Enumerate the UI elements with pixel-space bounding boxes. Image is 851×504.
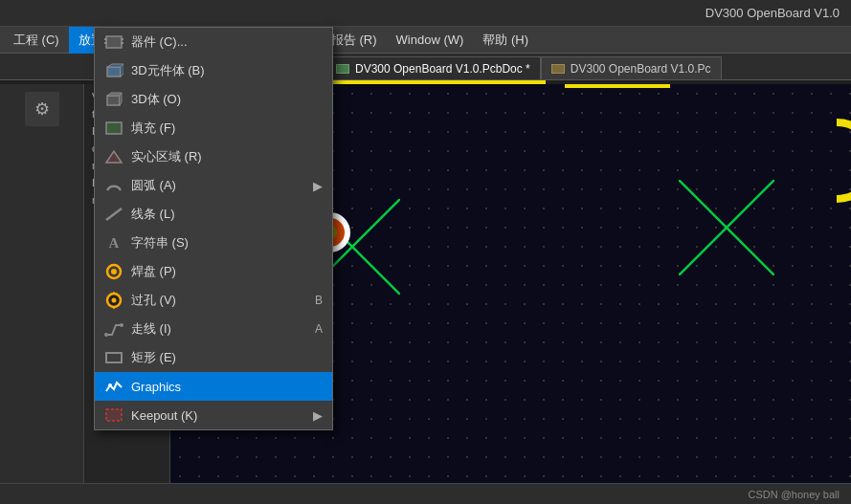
tab-highlight-bar <box>325 80 546 84</box>
menu-help[interactable]: 帮助 (H) <box>473 27 538 54</box>
dropdown-item-3d-component[interactable]: 3D元件体 (B) <box>95 56 332 85</box>
dropdown-item-3d-body[interactable]: 3D体 (O) <box>95 85 332 114</box>
gear-icon[interactable]: ⚙ <box>25 92 59 126</box>
tab-pcbdoc-2[interactable]: DV300 OpenBoard V1.0.Pc <box>541 56 722 79</box>
dropdown-item-component[interactable]: 器件 (C)... <box>95 28 332 56</box>
3d-component-icon <box>104 61 123 80</box>
svg-point-28 <box>104 333 108 337</box>
dropdown-label-pad: 焊盘 (P) <box>131 263 323 280</box>
graphics-icon <box>104 377 123 396</box>
dropdown-item-fill[interactable]: 填充 (F) <box>95 114 332 142</box>
dropdown-label-fill: 填充 (F) <box>131 120 323 137</box>
route-shortcut: A <box>315 322 323 336</box>
yellow-arc <box>803 113 851 211</box>
svg-marker-18 <box>120 93 122 105</box>
dropdown-label-3d-component: 3D元件体 (B) <box>131 62 323 79</box>
dropdown-item-string[interactable]: A 字符串 (S) <box>95 229 332 257</box>
tab-highlight-bar-2 <box>565 84 670 88</box>
dropdown-label-string: 字符串 (S) <box>131 234 323 252</box>
dropdown-label-arc: 圆弧 (A) <box>131 177 302 194</box>
dropdown-item-arc[interactable]: 圆弧 (A) ▶ <box>95 171 332 200</box>
svg-rect-11 <box>121 38 123 40</box>
string-A-icon: A <box>109 235 120 252</box>
svg-line-21 <box>106 208 122 220</box>
dropdown-item-route[interactable]: 走线 (I) A <box>95 315 332 343</box>
svg-point-23 <box>111 269 117 274</box>
status-bar: CSDN @honey ball <box>0 483 851 504</box>
dropdown-item-solid-region[interactable]: 实心区域 (R) <box>95 142 332 171</box>
keepout-arrow-icon: ▶ <box>313 408 323 423</box>
cross-2 <box>679 180 774 275</box>
svg-rect-10 <box>104 42 107 44</box>
3d-body-icon <box>104 90 123 109</box>
tab-pcbdoc-1[interactable]: DV300 OpenBoard V1.0.PcbDoc * <box>325 56 541 79</box>
keepout-icon <box>104 405 123 425</box>
via-shortcut: B <box>315 294 323 307</box>
chip-icon <box>104 33 123 52</box>
title-text: DV300 OpenBoard V1.0 <box>705 6 840 20</box>
svg-rect-32 <box>106 409 122 421</box>
dropdown-label-keepout: Keepout (K) <box>131 408 302 423</box>
dropdown-item-rect[interactable]: 矩形 (E) <box>95 343 332 372</box>
menu-project[interactable]: 工程 (C) <box>4 27 69 54</box>
svg-rect-12 <box>121 42 123 44</box>
dropdown-item-keepout[interactable]: Keepout (K) ▶ <box>95 401 332 429</box>
menu-window[interactable]: Window (W) <box>387 27 474 54</box>
svg-marker-20 <box>106 151 122 163</box>
dropdown-item-graphics[interactable]: Graphics <box>95 372 332 401</box>
pad-icon <box>104 262 123 281</box>
dropdown-label-3d-body: 3D体 (O) <box>131 91 323 108</box>
svg-rect-9 <box>104 38 107 40</box>
tab-indicator-2 <box>551 64 565 74</box>
title-bar: DV300 OpenBoard V1.0 <box>0 0 851 27</box>
route-icon <box>104 319 123 339</box>
solid-region-icon <box>104 147 123 166</box>
via-icon <box>104 291 123 310</box>
dropdown-item-via[interactable]: 过孔 (V) B <box>95 286 332 315</box>
dropdown-item-pad[interactable]: 焊盘 (P) <box>95 257 332 286</box>
tab-indicator-1 <box>336 64 349 74</box>
svg-point-29 <box>120 323 123 327</box>
line-icon <box>104 205 123 224</box>
tab-label-1: DV300 OpenBoard V1.0.PcbDoc * <box>355 62 530 76</box>
arc-icon <box>104 176 123 195</box>
svg-rect-16 <box>107 96 120 105</box>
svg-marker-15 <box>121 64 123 77</box>
dropdown-label-route: 走线 (I) <box>131 320 307 338</box>
svg-point-25 <box>112 298 117 303</box>
place-dropdown-menu[interactable]: 器件 (C)... 3D元件体 (B) 3D体 (O <box>94 27 333 430</box>
status-credit: CSDN @honey ball <box>748 489 840 500</box>
svg-point-31 <box>108 383 112 387</box>
tab-label-2: DV300 OpenBoard V1.0.Pc <box>571 62 711 76</box>
fill-icon <box>104 119 123 138</box>
dropdown-label-solid-region: 实心区域 (R) <box>131 148 323 165</box>
dropdown-label-via: 过孔 (V) <box>131 292 307 309</box>
dropdown-label-rect: 矩形 (E) <box>131 349 323 366</box>
arc-arrow-icon: ▶ <box>313 179 323 193</box>
dropdown-item-line[interactable]: 线条 (L) <box>95 200 332 229</box>
svg-rect-13 <box>107 67 121 77</box>
svg-rect-19 <box>106 122 122 134</box>
string-icon: A <box>104 233 123 252</box>
svg-rect-8 <box>106 36 122 48</box>
dropdown-label-line: 线条 (L) <box>131 206 323 223</box>
dropdown-label-graphics: Graphics <box>131 380 323 394</box>
rect-icon <box>104 348 123 367</box>
svg-rect-30 <box>106 353 122 362</box>
dropdown-label-component: 器件 (C)... <box>131 33 323 51</box>
sidebar: ⚙ <box>0 84 84 504</box>
